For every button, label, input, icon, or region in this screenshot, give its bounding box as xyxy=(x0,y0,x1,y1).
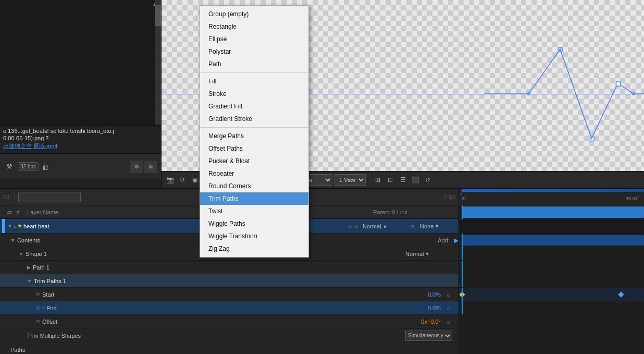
pen-tool-icon[interactable]: ⚒ xyxy=(4,162,15,172)
shape1-clip[interactable] xyxy=(462,235,644,246)
track-trim-multiple xyxy=(459,315,644,329)
timeline-header: 3f 36:03f xyxy=(459,189,644,205)
trash-icon[interactable]: 🗑 xyxy=(42,163,49,171)
bottom-section: 03 🔍 0 fps 🏷 # Layer Name ⊟ ⊞ Parent & L… xyxy=(0,188,644,354)
context-menu: Group (empty)RectangleEllipsePolystarPat… xyxy=(200,5,309,258)
menu-item-ellipse[interactable]: Ellipse xyxy=(200,33,308,45)
menu-item-zig-zag[interactable]: Zig Zag xyxy=(200,242,308,255)
add-arrow-btn[interactable]: ▶ xyxy=(454,237,459,244)
trim-multiple-label: Trim Multiple Shapes xyxy=(27,333,81,339)
camera-icon[interactable]: 📷 xyxy=(165,175,175,185)
offset-value[interactable]: 0x+0.0° xyxy=(421,319,441,325)
trim-multiple-row: Trim Multiple Shapes Simultaneously xyxy=(0,328,459,343)
graph-icon[interactable]: ⬛ xyxy=(410,175,420,185)
thumbnail-scrollbar[interactable] xyxy=(155,0,161,125)
menu-item-merge-paths[interactable]: Merge Paths xyxy=(200,130,308,142)
svg-point-3 xyxy=(527,92,530,95)
layer-switches: ⊟ ⊞ xyxy=(349,224,358,229)
left-controls: ⚒ 32 bpc 🗑 ⚙ 🖥 xyxy=(0,153,161,179)
timecode-marker-36: 36:03f xyxy=(626,196,639,201)
shape1-mode[interactable]: Normal ▼ xyxy=(405,251,452,257)
timeline-tracks xyxy=(459,205,644,344)
start-row: ⏱ Start 0.0% ⊙ xyxy=(0,288,459,301)
menu-item-pucker-bloat[interactable]: Pucker & Bloat xyxy=(200,155,308,167)
layer-expand-arrow[interactable]: ▼ xyxy=(7,223,13,229)
header-sep xyxy=(15,192,15,202)
trim-paths-expand[interactable]: ▼ xyxy=(27,278,32,284)
render-icon[interactable]: ⊞ xyxy=(373,175,383,185)
path1-expand[interactable]: ▶ xyxy=(27,265,31,270)
menu-item-wiggle-paths[interactable]: Wiggle Paths xyxy=(200,217,308,230)
track-paths xyxy=(459,329,644,343)
paths-label: Paths xyxy=(10,347,25,353)
playhead-end xyxy=(462,288,463,301)
menu-item-repeater[interactable]: Repeater xyxy=(200,167,308,180)
layer-parent-value[interactable]: None ▼ xyxy=(420,223,456,229)
playhead-offset xyxy=(462,301,463,314)
comp-icon[interactable]: ⊡ xyxy=(385,175,395,185)
end-value[interactable]: 0.0% xyxy=(428,305,441,311)
path1-label: Path 1 xyxy=(33,264,49,271)
menu-item-wiggle-transform[interactable]: Wiggle Transform xyxy=(200,230,308,242)
timeline-right: 3f 36:03f xyxy=(459,189,644,354)
layer-mode-normal[interactable]: Normal ▼ xyxy=(363,223,404,229)
menu-item-fill[interactable]: Fill xyxy=(200,75,308,88)
track-start xyxy=(459,274,644,288)
settings-icon[interactable]: ⚙ xyxy=(130,161,143,173)
menu-item-round-corners[interactable]: Round Corners xyxy=(200,180,308,192)
monitor-icon[interactable]: 🖥 xyxy=(144,161,157,173)
color-wheel-icon[interactable]: ◉ xyxy=(190,175,200,185)
menu-item-trim-paths[interactable]: Trim Paths xyxy=(200,192,308,205)
start-link-icon: ⊙ xyxy=(441,291,456,298)
menu-item-offset-paths[interactable]: Offset Paths xyxy=(200,142,308,155)
reset-icon[interactable]: ↺ xyxy=(177,175,188,185)
menu-item-rectangle[interactable]: Rectangle xyxy=(200,20,308,33)
start-value[interactable]: 0.0% xyxy=(428,291,441,298)
layer-search-input[interactable] xyxy=(18,192,81,202)
trim-paths-row: ▼ Trim Paths 1 xyxy=(0,274,459,288)
menu-item-gradient-stroke[interactable]: Gradient Stroke xyxy=(200,113,308,125)
playhead-start xyxy=(462,274,463,287)
thumbnail-scroll-thumb[interactable] xyxy=(155,5,161,26)
menu-item-path[interactable]: Path xyxy=(200,58,308,70)
switch-icon-2[interactable]: ⊞ xyxy=(354,224,358,229)
track-shape1 xyxy=(459,234,644,247)
menu-item-gradient-fill[interactable]: Gradient Fill xyxy=(200,100,308,113)
menu-item-group-empty[interactable]: Group (empty) xyxy=(200,8,308,20)
3d-icon[interactable]: ☰ xyxy=(398,175,408,185)
offset-row: ⏱ Offset 0x+0.0° ⊙ xyxy=(0,315,459,328)
top-section: ▲ e 136...gel_beats! seifuku tenshi toor… xyxy=(0,0,644,188)
paths-row: Paths xyxy=(0,343,459,354)
col-header-parent: Parent & Link xyxy=(373,209,456,215)
svg-rect-2 xyxy=(616,82,621,86)
view-count-dropdown[interactable]: 1 View xyxy=(335,174,366,186)
file-info: e 136...gel_beats! seifuku tenshi tooru_… xyxy=(0,125,161,153)
trim-multiple-dropdown[interactable]: Simultaneously xyxy=(405,331,452,341)
menu-item-twist[interactable]: Twist xyxy=(200,205,308,217)
contents-expand[interactable]: ▼ xyxy=(10,238,15,243)
start-icon: ⏱ xyxy=(35,292,40,297)
path1-row: ▶ Path 1 xyxy=(0,261,459,274)
end-row: ⏱ ↗ End 0.0% ⊙ xyxy=(0,301,459,315)
file-name-3[interactable]: 水玻璃之空 原版.mp4 xyxy=(3,142,158,150)
timeline-ruler[interactable]: 3f 36:03f xyxy=(459,189,644,205)
trim-paths-label: Trim Paths 1 xyxy=(34,278,66,284)
bpc-badge[interactable]: 32 bpc xyxy=(18,162,39,171)
track-clip-heartbeat[interactable] xyxy=(462,206,644,218)
playhead-path1 xyxy=(462,247,463,260)
switch-icon-1[interactable]: ⊟ xyxy=(349,224,353,229)
refresh-icon[interactable]: ↺ xyxy=(423,175,433,185)
shape1-expand[interactable]: ▼ xyxy=(19,251,23,257)
search-wrapper: 🔍 xyxy=(18,192,81,202)
playhead[interactable] xyxy=(462,205,463,219)
keyframe-end-right[interactable] xyxy=(618,291,624,297)
thumbnail-area: ▲ xyxy=(0,0,161,125)
menu-item-stroke[interactable]: Stroke xyxy=(200,88,308,100)
track-trim-paths xyxy=(459,261,644,274)
col-header-hash: # xyxy=(17,209,27,215)
left-panel: ▲ e 136...gel_beats! seifuku tenshi toor… xyxy=(0,0,162,188)
menu-item-polystar[interactable]: Polystar xyxy=(200,45,308,58)
end-stopwatch-icon: ⏱ xyxy=(35,306,40,311)
timecode-marker-3f: 3f xyxy=(462,196,466,201)
fps-display: 0 fps xyxy=(444,194,455,200)
